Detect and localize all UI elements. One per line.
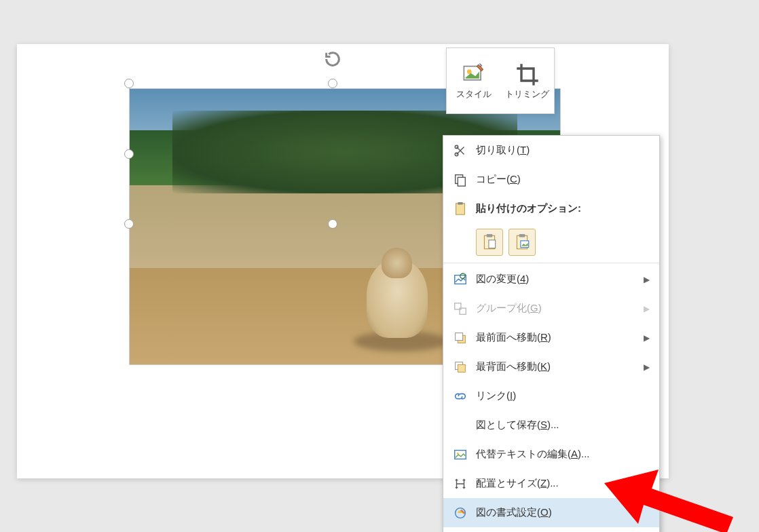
menu-size-position[interactable]: 配置とサイズ(Z)...	[443, 469, 659, 498]
picture-style-icon	[462, 62, 486, 87]
paste-picture-icon	[513, 233, 531, 251]
submenu-arrow-icon: ▶	[644, 275, 654, 284]
menu-bring-front-label: 最前面へ移動(R)	[472, 331, 644, 344]
crop-label: トリミング	[505, 90, 549, 100]
menu-send-back-label: 最背面へ移動(K)	[472, 360, 644, 373]
svg-rect-7	[458, 202, 462, 204]
format-picture-icon	[449, 506, 472, 520]
style-button[interactable]: スタイル	[447, 48, 500, 113]
menu-change-picture-label: 図の変更(4)	[472, 273, 644, 286]
menu-link-label: リンク(I)	[472, 390, 654, 402]
submenu-arrow-icon: ▶	[644, 304, 654, 314]
crop-button[interactable]: トリミング	[500, 48, 554, 113]
menu-format-picture-label: 図の書式設定(O)	[472, 506, 654, 519]
paste-icon	[449, 202, 472, 216]
send-back-icon	[449, 360, 472, 375]
cut-icon	[449, 143, 472, 158]
svg-rect-12	[519, 234, 525, 237]
submenu-arrow-icon: ▶	[644, 333, 654, 343]
submenu-arrow-icon: ▶	[644, 362, 654, 372]
menu-group-label: グループ化(G)	[472, 302, 644, 315]
menu-paste-options-row	[443, 223, 659, 261]
link-icon	[449, 389, 472, 404]
menu-send-back[interactable]: 最背面へ移動(K) ▶	[443, 352, 659, 381]
menu-paste-options-header: 貼り付けのオプション:	[443, 194, 659, 223]
paste-option-keep-source[interactable]	[476, 229, 503, 256]
menu-alt-text[interactable]: 代替テキストの編集(A)...	[443, 440, 659, 469]
svg-rect-6	[456, 203, 465, 214]
group-icon	[449, 301, 472, 316]
menu-change-picture[interactable]: 図の変更(4) ▶	[443, 265, 659, 294]
menu-cut[interactable]: 切り取り(T)	[443, 136, 659, 165]
alt-text-icon	[449, 447, 472, 462]
svg-rect-9	[487, 234, 493, 237]
style-label: スタイル	[456, 90, 492, 100]
menu-separator	[443, 263, 659, 263]
svg-point-22	[457, 452, 459, 454]
paste-clipboard-icon	[481, 233, 498, 251]
mini-toolbar: スタイル トリミング	[446, 48, 555, 114]
menu-alt-text-label: 代替テキストの編集(A)...	[472, 448, 654, 461]
menu-paste-options-label: 貼り付けのオプション:	[472, 202, 654, 215]
context-menu: 切り取り(T) コピー(C) 貼り付けのオプション: 図の変更(4) ▶	[443, 135, 660, 532]
menu-copy-label: コピー(C)	[472, 173, 654, 186]
menu-group: グループ化(G) ▶	[443, 294, 659, 323]
image-sheep	[367, 260, 428, 338]
menu-link[interactable]: リンク(I)	[443, 381, 659, 411]
menu-size-position-label: 配置とサイズ(Z)...	[472, 477, 654, 490]
menu-new-comment[interactable]: 新しいコメント(M)	[443, 527, 659, 532]
change-picture-icon	[449, 272, 472, 287]
bring-front-icon	[449, 330, 472, 345]
menu-copy[interactable]: コピー(C)	[443, 165, 659, 194]
size-position-icon	[449, 476, 472, 491]
svg-rect-20	[458, 364, 465, 372]
menu-save-as-picture[interactable]: 図として保存(S)...	[443, 411, 659, 440]
svg-rect-18	[456, 332, 463, 340]
menu-save-as-picture-label: 図として保存(S)...	[472, 419, 654, 432]
svg-rect-5	[458, 177, 465, 186]
menu-format-picture[interactable]: 図の書式設定(O)	[443, 498, 659, 527]
menu-bring-front[interactable]: 最前面へ移動(R) ▶	[443, 323, 659, 352]
crop-icon	[515, 62, 540, 87]
menu-cut-label: 切り取り(T)	[472, 144, 654, 157]
copy-icon	[449, 172, 472, 187]
paste-option-picture[interactable]	[508, 229, 536, 256]
svg-rect-10	[489, 240, 496, 248]
